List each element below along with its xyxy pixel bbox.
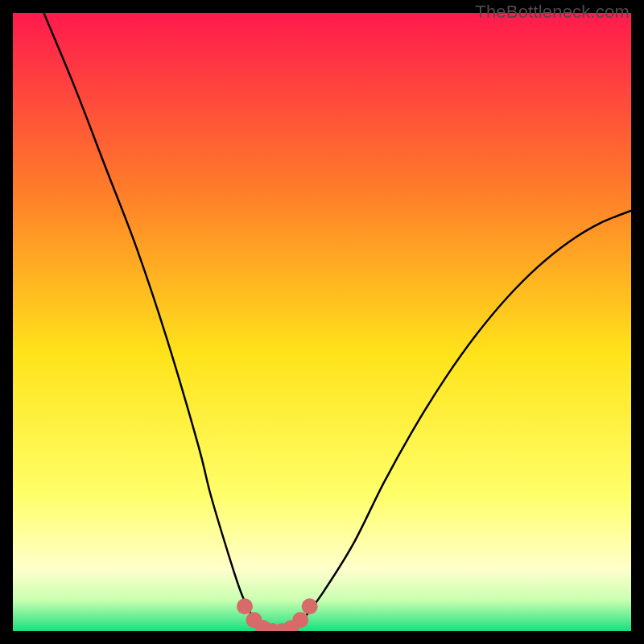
highlight-marker [237, 598, 253, 614]
plot-foreground [13, 13, 631, 631]
highlight-marker-group [237, 598, 318, 631]
plot-frame [13, 13, 631, 631]
highlight-marker [292, 612, 308, 628]
bottleneck-curve [43, 13, 631, 631]
highlight-marker [302, 598, 318, 614]
watermark-text: TheBottleneck.com [475, 2, 630, 23]
